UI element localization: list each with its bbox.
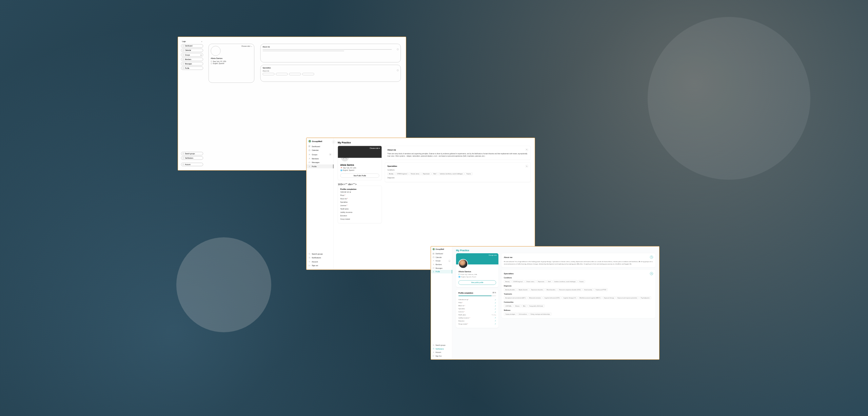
- location-meta: ⚲Foster City, California, USA: [458, 274, 496, 275]
- sidebar-item-notifications[interactable]: Notifications: [307, 256, 334, 260]
- profile-card: Change color Alicia Santos ⚲Foster City,…: [456, 253, 498, 287]
- specialties-card: Specialties✎ Conditions AnxietyCOVID lon…: [385, 162, 531, 182]
- check-icon: ✓: [495, 305, 496, 307]
- sidebar-item-messages[interactable]: Messages: [181, 62, 203, 65]
- sidebar-item-calendar[interactable]: Calendar: [181, 49, 203, 52]
- sidebar-item-members[interactable]: Members: [181, 58, 203, 61]
- svg-point-7: [310, 154, 310, 154]
- tag: Trauma: [578, 280, 585, 283]
- plus-icon[interactable]: +: [329, 153, 332, 156]
- sidebar-item-search[interactable]: Search groups: [431, 343, 452, 347]
- svg-rect-1: [310, 146, 310, 146]
- checklist-item: About me *✓: [458, 304, 496, 308]
- treatments-tags: Acceptance and commitment (ACT)Behaviora…: [504, 296, 653, 300]
- sidebar-item-profile[interactable]: Profile: [181, 66, 203, 70]
- conditions-label: Conditions: [504, 277, 653, 279]
- sidebar-item-groups[interactable]: Groups+: [431, 259, 452, 263]
- tag: Grief: [546, 280, 552, 283]
- sidebar-item-calendar[interactable]: Calendar: [431, 256, 452, 259]
- checklist-item: Group created *✓: [458, 322, 496, 325]
- sidebar-item-dashboard[interactable]: Dashboard: [431, 252, 452, 256]
- wellness-tags: Coping strategiesLife transitionsDating,…: [504, 312, 653, 316]
- sidebar-item-groups[interactable]: Groups+: [181, 53, 203, 57]
- sidebar-item-calendar[interactable]: Calendar: [307, 148, 334, 153]
- check-icon: ✓: [495, 308, 496, 310]
- edit-button[interactable]: ✎: [650, 272, 653, 275]
- page-title: My Practice: [338, 141, 531, 144]
- edit-icon[interactable]: [397, 48, 399, 50]
- svg-rect-0: [309, 146, 310, 146]
- view-profile-button[interactable]: View public profile: [458, 280, 496, 285]
- tag: Exposure and response prevention: [616, 296, 639, 299]
- tag: Young adults (18-24 y/o): [528, 304, 545, 308]
- change-color-button[interactable]: Change color: [489, 254, 497, 256]
- sidebar-item-search[interactable]: Search groups: [307, 252, 334, 256]
- communities-label: Communities: [504, 301, 653, 303]
- tag: Bipolar disorder: [517, 288, 529, 291]
- sidebar-item-messages[interactable]: Messages: [307, 161, 334, 165]
- sidebar-item-groups[interactable]: Groups+: [307, 152, 334, 157]
- sidebar-item-signout[interactable]: Sign out: [307, 264, 334, 268]
- avatar[interactable]: [211, 46, 221, 56]
- about-title: About me: [504, 256, 512, 258]
- chevron-down-icon: ▾: [379, 147, 380, 149]
- svg-point-6: [309, 154, 309, 154]
- tag: Depression: [536, 280, 546, 283]
- sidebar: GroupWell ‹ Dashboard Calendar Groups+ M…: [307, 138, 334, 270]
- sidebar-item-account[interactable]: Account: [307, 260, 334, 264]
- edit-button[interactable]: ✎: [526, 165, 528, 167]
- sidebar-item-signout[interactable]: Sign Out: [431, 354, 452, 358]
- tag: Depressive disorders: [530, 288, 545, 291]
- profile-name: Alisia Santos: [211, 57, 252, 60]
- sidebar-item-account[interactable]: Account: [431, 351, 452, 354]
- avatar[interactable]: [458, 259, 468, 269]
- tag: Mindfulness-based cognitive (MBCT): [578, 296, 602, 299]
- sidebar-item-profile[interactable]: Profile: [307, 164, 334, 169]
- checklist-item: Photo *✓: [458, 301, 496, 304]
- edit-icon[interactable]: [397, 70, 399, 71]
- sidebar-item-dashboard[interactable]: Dashboard: [181, 44, 203, 48]
- svg-rect-15: [434, 253, 434, 254]
- sidebar-item-members[interactable]: Members: [307, 157, 334, 161]
- language-meta: 🌐English, Spanish: [340, 170, 379, 171]
- diagnoses-label: Diagnoses: [504, 285, 653, 287]
- view-profile-button[interactable]: View Public Profile: [340, 174, 379, 178]
- specialties-title: Specialties: [504, 273, 514, 275]
- sidebar-item-notifications[interactable]: Notifications: [181, 156, 203, 160]
- tag: Dating, marriage and relationships: [529, 313, 551, 316]
- sidebar-item-dashboard[interactable]: Dashboard: [307, 144, 334, 148]
- collapse-icon[interactable]: ‹: [201, 41, 202, 43]
- svg-point-26: [433, 352, 434, 352]
- sidebar-item-account[interactable]: Account: [181, 163, 203, 166]
- tag: Anxiety: [504, 280, 511, 283]
- check-icon: ✓: [495, 323, 496, 325]
- communities-tags: LGBTQIA+WomenMenYoung adults (18-24 y/o): [504, 304, 653, 308]
- sidebar-item-search[interactable]: Search groups: [181, 152, 203, 155]
- svg-rect-16: [433, 254, 434, 255]
- collapse-button[interactable]: ‹: [332, 140, 335, 143]
- tag: Exposure therapy: [603, 296, 615, 299]
- check-icon: ✓: [495, 299, 496, 301]
- sidebar-item-messages[interactable]: Messages: [431, 266, 452, 270]
- svg-rect-17: [434, 254, 434, 255]
- sidebar-item-notifications[interactable]: Notifications: [431, 347, 452, 351]
- svg-point-20: [433, 260, 433, 261]
- sidebar-item-members[interactable]: Members: [431, 263, 452, 266]
- sidebar-item-profile[interactable]: Profile: [431, 270, 452, 274]
- edit-button[interactable]: ✎: [526, 148, 528, 151]
- checklist-item: Health plansPending: [458, 314, 496, 317]
- choose-color-dropdown[interactable]: Choose color ▾: [370, 147, 380, 149]
- tag: Cognitive behavioral (CBT): [543, 296, 561, 299]
- checklist-item: Calendar set up *✓: [458, 298, 496, 301]
- brand-logo: GroupWell: [307, 140, 334, 144]
- edit-button[interactable]: ✎: [650, 256, 653, 259]
- choose-color-dropdown[interactable]: Choose color ⌄: [241, 45, 252, 47]
- tag: Chronic stress: [525, 280, 536, 283]
- language-meta: English, Spanish: [211, 63, 252, 64]
- check-icon: ✓: [495, 311, 496, 313]
- plus-icon[interactable]: +: [449, 260, 451, 262]
- plus-icon[interactable]: +: [201, 54, 202, 56]
- completion-card: Profile completion88 % Calendar set up *…: [456, 290, 498, 328]
- hifi-panel: GroupWell Dashboard Calendar Groups+ Mem…: [431, 246, 659, 360]
- tag: Psychodynamic: [639, 296, 651, 299]
